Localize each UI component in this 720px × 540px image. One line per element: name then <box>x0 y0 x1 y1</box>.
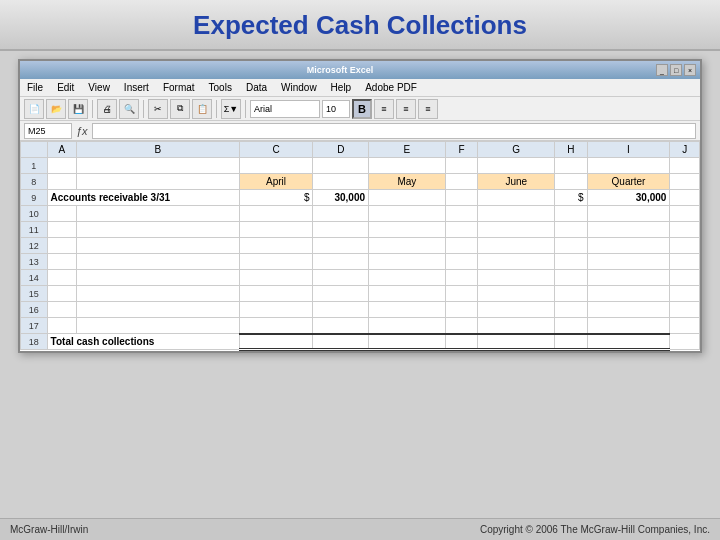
cell[interactable] <box>670 206 700 222</box>
cell[interactable] <box>445 318 478 334</box>
cell[interactable] <box>555 238 588 254</box>
cell[interactable] <box>670 190 700 206</box>
cell[interactable] <box>77 206 240 222</box>
cell[interactable] <box>670 254 700 270</box>
cell[interactable] <box>239 302 313 318</box>
cell[interactable] <box>239 254 313 270</box>
cell[interactable] <box>445 190 478 206</box>
align-left-btn[interactable]: ≡ <box>374 99 394 119</box>
cell[interactable] <box>239 270 313 286</box>
cell[interactable] <box>555 318 588 334</box>
cell[interactable] <box>369 270 446 286</box>
cell[interactable] <box>670 222 700 238</box>
cell[interactable] <box>445 222 478 238</box>
formula-input[interactable] <box>92 123 696 139</box>
cell[interactable] <box>587 238 670 254</box>
cell[interactable] <box>587 222 670 238</box>
cell[interactable] <box>77 158 240 174</box>
cell[interactable] <box>369 190 446 206</box>
cell[interactable] <box>47 302 77 318</box>
cell[interactable] <box>478 270 555 286</box>
font-name-box[interactable]: Arial <box>250 100 320 118</box>
cell[interactable] <box>555 158 588 174</box>
cell[interactable] <box>587 158 670 174</box>
cell[interactable] <box>670 302 700 318</box>
menu-format[interactable]: Format <box>160 82 198 93</box>
cell[interactable] <box>313 334 369 350</box>
cell[interactable] <box>313 302 369 318</box>
menu-data[interactable]: Data <box>243 82 270 93</box>
cell[interactable] <box>77 222 240 238</box>
cell[interactable] <box>670 174 700 190</box>
cell[interactable] <box>670 318 700 334</box>
new-btn[interactable]: 📄 <box>24 99 44 119</box>
copy-btn[interactable]: ⧉ <box>170 99 190 119</box>
cell[interactable] <box>478 158 555 174</box>
cell[interactable] <box>369 302 446 318</box>
cell[interactable] <box>77 238 240 254</box>
bold-btn[interactable]: B <box>352 99 372 119</box>
menu-file[interactable]: File <box>24 82 46 93</box>
cell[interactable] <box>555 174 588 190</box>
cell[interactable] <box>313 238 369 254</box>
cell[interactable] <box>313 318 369 334</box>
cell[interactable] <box>555 206 588 222</box>
cell[interactable] <box>77 270 240 286</box>
cell[interactable] <box>587 270 670 286</box>
cell[interactable] <box>239 222 313 238</box>
cell[interactable] <box>47 286 77 302</box>
cell[interactable] <box>77 302 240 318</box>
cell[interactable] <box>369 254 446 270</box>
cell[interactable] <box>670 238 700 254</box>
cell[interactable] <box>555 302 588 318</box>
cell[interactable] <box>670 286 700 302</box>
cell[interactable] <box>587 286 670 302</box>
cell[interactable] <box>670 158 700 174</box>
cell[interactable] <box>445 238 478 254</box>
cell[interactable] <box>445 174 478 190</box>
cell[interactable] <box>77 286 240 302</box>
cell[interactable] <box>478 206 555 222</box>
cell[interactable] <box>313 254 369 270</box>
cut-btn[interactable]: ✂ <box>148 99 168 119</box>
cell[interactable] <box>478 286 555 302</box>
cell[interactable] <box>47 222 77 238</box>
cell[interactable] <box>670 270 700 286</box>
cell[interactable] <box>587 206 670 222</box>
cell[interactable] <box>670 334 700 350</box>
cell[interactable] <box>478 222 555 238</box>
cell[interactable] <box>239 158 313 174</box>
cell[interactable] <box>478 254 555 270</box>
menu-insert[interactable]: Insert <box>121 82 152 93</box>
cell-ref-box[interactable]: M25 <box>24 123 72 139</box>
minimize-btn[interactable]: _ <box>656 64 668 76</box>
cell[interactable] <box>445 254 478 270</box>
cell[interactable] <box>313 270 369 286</box>
cell[interactable] <box>47 158 77 174</box>
cell[interactable] <box>239 286 313 302</box>
cell[interactable] <box>239 238 313 254</box>
cell[interactable] <box>239 206 313 222</box>
menu-window[interactable]: Window <box>278 82 320 93</box>
cell[interactable] <box>555 286 588 302</box>
cell[interactable] <box>369 238 446 254</box>
cell[interactable] <box>47 238 77 254</box>
cell[interactable] <box>587 254 670 270</box>
cell[interactable] <box>47 318 77 334</box>
close-btn[interactable]: × <box>684 64 696 76</box>
sigma-btn[interactable]: Σ▼ <box>221 99 241 119</box>
cell[interactable] <box>445 286 478 302</box>
cell[interactable] <box>478 302 555 318</box>
cell[interactable] <box>587 302 670 318</box>
menu-adobe[interactable]: Adobe PDF <box>362 82 420 93</box>
align-right-btn[interactable]: ≡ <box>418 99 438 119</box>
cell[interactable] <box>445 206 478 222</box>
cell[interactable] <box>313 174 369 190</box>
cell[interactable] <box>47 174 77 190</box>
save-btn[interactable]: 💾 <box>68 99 88 119</box>
cell[interactable] <box>313 286 369 302</box>
preview-btn[interactable]: 🔍 <box>119 99 139 119</box>
cell[interactable] <box>369 158 446 174</box>
cell[interactable] <box>369 206 446 222</box>
cell[interactable] <box>313 206 369 222</box>
